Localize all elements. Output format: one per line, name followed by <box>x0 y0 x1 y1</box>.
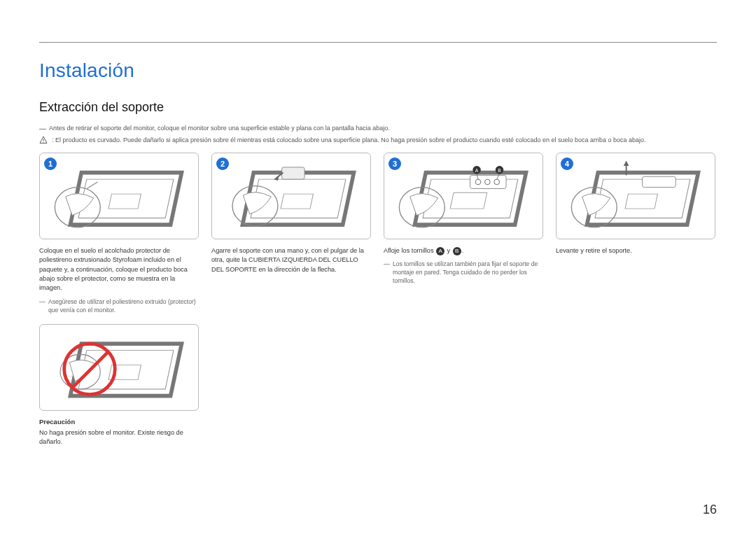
monitor-on-foam-illustration <box>46 159 192 233</box>
intro-note-text: Antes de retirar el soporte del monitor,… <box>49 125 390 132</box>
warning-triangle-icon <box>39 136 48 144</box>
svg-text:B: B <box>498 168 501 173</box>
step-badge: 1 <box>44 157 57 170</box>
step-1-note-text: Asegúrese de utilizar el poliestireno ex… <box>48 297 199 314</box>
step-4: 4 Levante y retire el soporte. <box>556 153 715 447</box>
step-1-description: Coloque en el suelo el acolchado protect… <box>39 246 199 293</box>
lift-stand-illustration <box>562 159 709 233</box>
svg-rect-4 <box>108 194 141 209</box>
svg-rect-16 <box>282 167 304 179</box>
caution-body: No haga presión sobre el monitor. Existe… <box>39 428 199 447</box>
page-number: 16 <box>703 503 717 517</box>
svg-rect-20 <box>450 192 487 209</box>
step-1-caution-figure <box>39 324 199 411</box>
svg-text:A: A <box>475 168 479 173</box>
step-1-figure: 1 <box>39 153 199 239</box>
step-badge: 4 <box>561 157 573 170</box>
step-3: 3 A B <box>384 153 543 447</box>
warning-line: : El producto es curvado. Puede dañarlo … <box>39 136 717 144</box>
svg-point-1 <box>43 142 44 143</box>
steps-row: 1 Coloque en el suelo el acolchado prote… <box>39 153 717 447</box>
page-title: Instalación <box>39 59 717 82</box>
intro-note: ― Antes de retirar el soporte del monito… <box>39 125 717 133</box>
footnote-dash-icon: ― <box>39 125 46 133</box>
step-2-description: Agarre el soporte con una mano y, con el… <box>211 246 371 274</box>
step-4-figure: 4 <box>556 153 715 239</box>
step-badge: 3 <box>388 157 401 170</box>
step-3-note-text: Los tornillos se utilizan también para f… <box>393 260 543 285</box>
svg-rect-14 <box>281 194 313 209</box>
step-4-description: Levante y retire el soporte. <box>556 246 715 255</box>
remove-neck-cover-illustration <box>218 159 365 233</box>
loosen-screws-illustration: A B <box>390 159 537 233</box>
step-2-figure: 2 <box>211 153 371 239</box>
step-3-description: Afloje los tornillos A y B. <box>384 246 543 255</box>
footnote-dash-icon: ― <box>384 260 390 285</box>
step-1: 1 Coloque en el suelo el acolchado prote… <box>39 153 199 447</box>
step-badge: 2 <box>216 157 229 170</box>
svg-marker-38 <box>624 160 629 166</box>
svg-rect-36 <box>643 176 676 187</box>
step-2: 2 Agarre el soporte con una mano y, con … <box>211 153 371 447</box>
step-1-note: ― Asegúrese de utilizar el poliestireno … <box>39 297 199 314</box>
step-3-figure: 3 A B <box>384 153 543 239</box>
screw-a-badge: A <box>436 247 444 255</box>
do-not-press-illustration <box>46 330 192 404</box>
svg-marker-17 <box>274 175 279 181</box>
section-heading: Extracción del soporte <box>39 100 717 115</box>
warning-text: : El producto es curvado. Puede dañarlo … <box>52 136 646 143</box>
screw-b-badge: B <box>453 247 461 255</box>
svg-rect-7 <box>78 351 174 389</box>
caution-title: Precaución <box>39 418 199 426</box>
svg-rect-34 <box>625 194 657 209</box>
step-3-note: ― Los tornillos se utilizan también para… <box>384 260 543 285</box>
footnote-dash-icon: ― <box>39 297 46 314</box>
